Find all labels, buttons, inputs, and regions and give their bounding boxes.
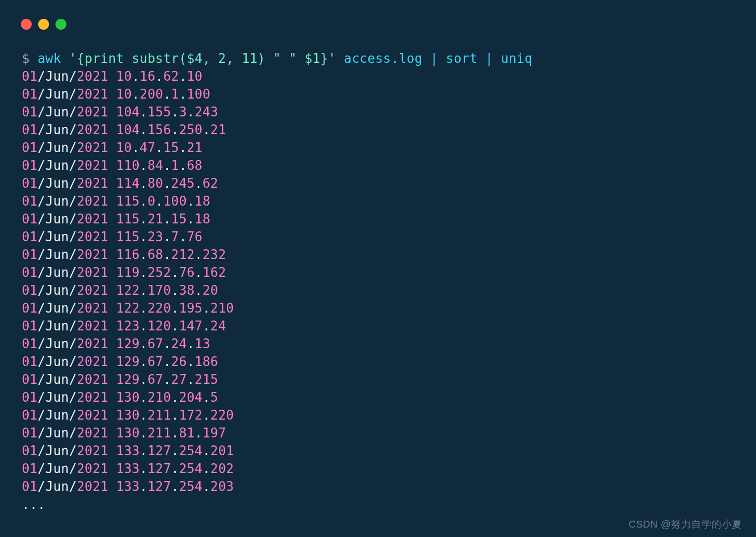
token-o3: 15	[171, 212, 187, 226]
token-year: 2021	[77, 140, 108, 155]
output-line: 01/Jun/2021 133.127.254.203	[22, 478, 748, 495]
token-year: 2021	[77, 265, 108, 280]
token-sep1: /Jun/	[38, 479, 77, 494]
output-line: 01/Jun/2021 114.80.245.62	[22, 174, 748, 192]
token-o2: 23	[148, 229, 163, 244]
token-o3: 254	[179, 443, 203, 458]
token-o3: 76	[179, 265, 195, 280]
token-sp	[108, 479, 116, 494]
terminal-content[interactable]: $ awk '{print substr($4, 2, 11) " " $1}'…	[8, 30, 748, 513]
token-year: 2021	[77, 247, 108, 262]
token-day: 01	[22, 265, 38, 280]
output-line: 01/Jun/2021 130.211.172.220	[22, 406, 748, 424]
token-o1: 116	[116, 247, 140, 262]
output-line: 01/Jun/2021 122.220.195.210	[22, 299, 748, 317]
token-sp	[108, 390, 116, 405]
token-d2: .	[171, 408, 179, 423]
token-sp	[108, 443, 116, 458]
token-o2: 0	[148, 194, 156, 209]
token-d1: .	[140, 461, 148, 476]
token-d3: .	[187, 194, 195, 209]
token-day: 01	[22, 194, 38, 209]
token-o2: 127	[148, 461, 171, 476]
token-d2: .	[171, 461, 179, 476]
token-o1: 114	[116, 176, 140, 191]
token-year: 2021	[77, 212, 108, 226]
token-d2: .	[171, 443, 179, 458]
output-line: 01/Jun/2021 129.67.27.215	[22, 371, 748, 388]
token-o4: 243	[195, 105, 218, 119]
token-year: 2021	[77, 283, 108, 298]
window-titlebar	[8, 8, 748, 30]
token-o4: 10	[187, 69, 203, 84]
token-sp	[108, 229, 116, 244]
output-line: 01/Jun/2021 116.68.212.232	[22, 246, 748, 264]
token-o2: 211	[148, 408, 171, 423]
token-o4: 210	[211, 301, 234, 316]
token-d3: .	[187, 105, 195, 119]
token-year: 2021	[77, 229, 108, 244]
token-o4: 21	[187, 140, 203, 155]
token-year: 2021	[77, 336, 108, 351]
token-o3: 172	[179, 408, 203, 423]
token-o1: 115	[116, 212, 140, 226]
token-o1: 122	[116, 283, 140, 298]
token-o3: 38	[179, 283, 195, 298]
token-sep1: /Jun/	[38, 265, 77, 280]
token-year: 2021	[77, 479, 108, 494]
token-sp	[108, 354, 116, 369]
token-d1: .	[140, 443, 148, 458]
token-o1: 119	[116, 265, 140, 280]
token-day: 01	[22, 140, 38, 155]
token-o2: 68	[148, 247, 163, 262]
token-sp	[108, 319, 116, 333]
token-d1: .	[140, 247, 148, 262]
token-sp	[108, 105, 116, 119]
token-d1: .	[140, 229, 148, 244]
token-o3: 24	[171, 336, 187, 351]
token-o2: 120	[148, 319, 171, 333]
token-d1: .	[140, 212, 148, 226]
output-line: 01/Jun/2021 129.67.26.186	[22, 353, 748, 371]
token-sep1: /Jun/	[38, 461, 77, 476]
token-o3: 212	[171, 247, 195, 262]
token-year: 2021	[77, 443, 108, 458]
token-d1: .	[140, 158, 148, 173]
token-o4: 62	[203, 176, 218, 191]
token-o1: 10	[116, 87, 132, 102]
token-o4: 201	[211, 443, 234, 458]
token-d3: .	[187, 372, 195, 387]
token-year: 2021	[77, 426, 108, 440]
token-o2: 84	[148, 158, 163, 173]
token-o3: 81	[179, 426, 195, 440]
token-o1: 130	[116, 390, 140, 405]
token-d2: .	[171, 105, 179, 119]
token-sp	[108, 336, 116, 351]
token-d1: .	[140, 283, 148, 298]
token-o1: 129	[116, 336, 140, 351]
token-o3: 254	[179, 461, 203, 476]
close-button[interactable]	[21, 19, 32, 30]
token-d2: .	[163, 212, 171, 226]
token-sep1: /Jun/	[38, 87, 77, 102]
token-o1: 115	[116, 194, 140, 209]
token-sp	[108, 283, 116, 298]
token-d1: .	[140, 336, 148, 351]
minimize-button[interactable]	[38, 19, 49, 30]
token-o4: 20	[203, 283, 218, 298]
token-o3: 15	[163, 140, 179, 155]
token-d1: .	[132, 69, 140, 84]
token-d3: .	[187, 354, 195, 369]
token-d1: .	[140, 426, 148, 440]
token-day: 01	[22, 87, 38, 102]
token-sep1: /Jun/	[38, 176, 77, 191]
token-o3: 7	[171, 229, 179, 244]
token-o1: 133	[116, 443, 140, 458]
token-year: 2021	[77, 354, 108, 369]
zoom-button[interactable]	[55, 19, 66, 30]
token-o2: 170	[148, 283, 171, 298]
token-sp	[108, 69, 116, 84]
token-year: 2021	[77, 390, 108, 405]
token-o2: 127	[148, 479, 171, 494]
token-sp	[108, 247, 116, 262]
